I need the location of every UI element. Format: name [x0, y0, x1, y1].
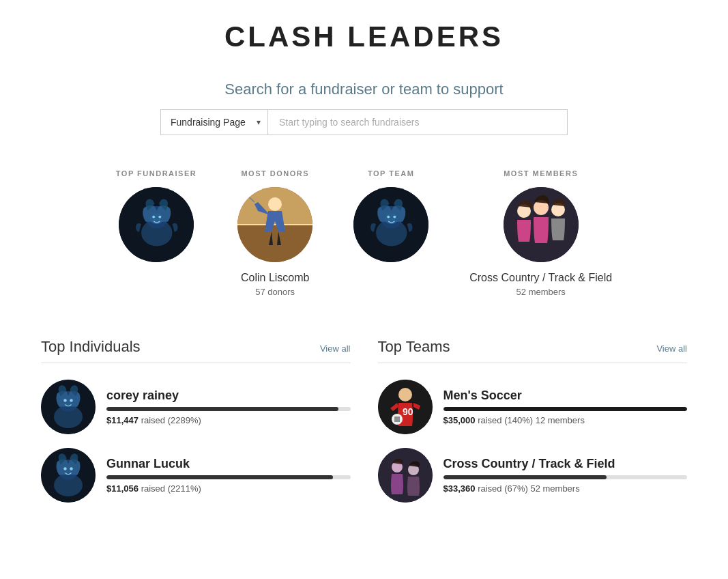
leaders-section: TOP FUNDRAISER	[41, 169, 687, 297]
individual-info-1: Gunnar Lucuk $11,056 raised (2211%)	[106, 457, 351, 494]
individual-stats-0: $11,447 raised (2289%)	[106, 415, 351, 425]
svg-point-36	[378, 448, 433, 503]
leader-label-most-donors: MOST DONORS	[241, 169, 309, 178]
individuals-view-all[interactable]: View all	[320, 343, 351, 354]
individual-progress-fill-1	[106, 475, 333, 479]
individuals-header: Top Individuals View all	[41, 338, 351, 363]
team-name-0: Men's Soccer	[443, 389, 688, 403]
leader-name-most-members: Cross Country / Track & Field	[469, 272, 612, 284]
svg-point-26	[70, 399, 73, 402]
individual-info-0: corey rainey $11,447 raised (2289%)	[106, 389, 351, 425]
leader-label-top-team: TOP TEAM	[368, 169, 414, 178]
leader-label-most-members: MOST MEMBERS	[504, 169, 578, 178]
svg-point-4	[152, 216, 155, 218]
svg-point-9	[268, 197, 282, 211]
leader-sub-most-donors: 57 donors	[255, 287, 295, 297]
team-name-1: Cross Country / Track & Field	[443, 457, 688, 471]
team-progress-fill-1	[443, 475, 607, 479]
top-individuals-col: Top Individuals View all	[41, 338, 351, 516]
search-bar: Fundraising PageTeam Page ▾	[146, 109, 583, 135]
svg-point-30	[63, 467, 67, 470]
team-progress-fill-0	[443, 407, 688, 411]
individual-progress-fill-0	[106, 407, 338, 411]
individual-progress-bg-0	[106, 407, 351, 411]
svg-point-25	[63, 399, 67, 402]
individual-name-0: corey rainey	[106, 389, 351, 403]
search-input[interactable]	[267, 109, 568, 135]
leader-most-members: MOST MEMBERS	[469, 169, 612, 297]
svg-rect-7	[237, 225, 312, 262]
leader-avatar-most-members	[504, 187, 579, 262]
leader-most-donors: MOST DONORS Colin Liscomb 57 donors	[237, 169, 312, 297]
team-item-1: Cross Country / Track & Field $33,360 ra…	[378, 448, 688, 503]
teams-view-all[interactable]: View all	[656, 343, 687, 354]
team-progress-bg-0	[443, 407, 688, 411]
svg-point-16	[387, 216, 390, 218]
top-teams-col: Top Teams View all 90	[378, 338, 688, 516]
leader-sub-most-members: 52 members	[516, 287, 566, 297]
team-progress-bg-1	[443, 475, 688, 479]
bottom-sections: Top Individuals View all	[41, 338, 687, 516]
svg-point-5	[158, 216, 161, 218]
team-avatar-0: 90	[378, 380, 433, 434]
search-select-wrapper[interactable]: Fundraising PageTeam Page ▾	[160, 109, 267, 135]
team-info-1: Cross Country / Track & Field $33,360 ra…	[443, 457, 688, 494]
individual-avatar-0	[41, 380, 96, 434]
team-avatar-1	[378, 448, 433, 503]
leader-avatar-top-team	[353, 187, 428, 262]
team-stats-0: $35,000 raised (140%) 12 members	[443, 415, 688, 425]
individual-progress-bg-1	[106, 475, 351, 479]
leader-avatar-top-fundraiser	[119, 187, 194, 262]
search-section: Search for a fundraiser or team to suppo…	[41, 81, 687, 135]
individual-name-1: Gunnar Lucuk	[106, 457, 351, 471]
individual-item-1: Gunnar Lucuk $11,056 raised (2211%)	[41, 448, 351, 503]
svg-point-33	[398, 388, 412, 401]
svg-point-11	[241, 190, 248, 194]
leader-avatar-most-donors	[237, 187, 312, 262]
individual-avatar-1	[41, 448, 96, 503]
leader-top-team: TOP TEAM	[353, 169, 428, 297]
page-title: CLASH LEADERS	[41, 20, 687, 53]
search-type-select[interactable]: Fundraising PageTeam Page	[161, 110, 267, 135]
svg-text:90: 90	[403, 406, 413, 417]
individuals-title: Top Individuals	[41, 338, 141, 356]
leader-top-fundraiser: TOP FUNDRAISER	[116, 169, 196, 297]
team-item-0: 90 Men's Soccer $35,000 raised (140%) 12…	[378, 380, 688, 434]
individual-stats-1: $11,056 raised (2211%)	[106, 483, 351, 494]
svg-point-31	[70, 467, 73, 470]
svg-point-17	[394, 216, 396, 218]
search-label: Search for a fundraiser or team to suppo…	[41, 81, 687, 98]
team-info-0: Men's Soccer $35,000 raised (140%) 12 me…	[443, 389, 688, 425]
teams-title: Top Teams	[378, 338, 450, 356]
individual-item-0: corey rainey $11,447 raised (2289%)	[41, 380, 351, 434]
teams-header: Top Teams View all	[378, 338, 688, 363]
leader-label-top-fundraiser: TOP FUNDRAISER	[116, 169, 196, 178]
leader-name-most-donors: Colin Liscomb	[241, 272, 309, 284]
team-stats-1: $33,360 raised (67%) 52 members	[443, 483, 688, 494]
